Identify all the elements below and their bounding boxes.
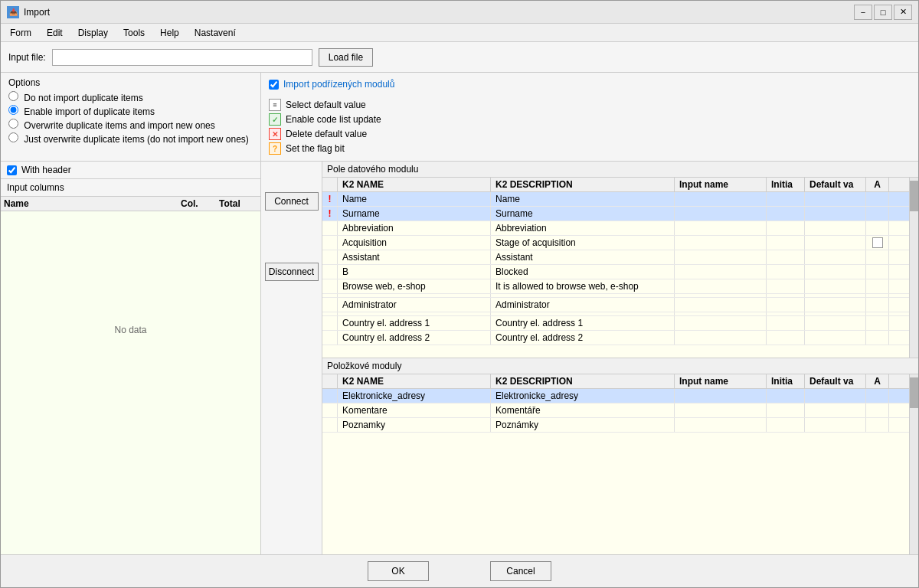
flag-bit-icon: ?: [269, 142, 281, 155]
pole-data-table[interactable]: K2 NAME K2 DESCRIPTION Input name Initia…: [322, 178, 909, 358]
a-cell: [866, 389, 889, 403]
a-cell: [866, 294, 889, 297]
inputname-cell: [675, 312, 767, 315]
pole-table-row[interactable]: Administrator Administrator: [322, 298, 909, 312]
input-columns-section: Input columns Name Col. Total No data: [1, 179, 260, 554]
pole-header-pp: [322, 178, 338, 191]
delete-default-icon: ✕: [269, 128, 281, 140]
pp-cell: [322, 294, 338, 297]
initial-cell: [767, 298, 805, 312]
polozkovne-scrollbar[interactable]: [909, 374, 918, 554]
pole-table-row[interactable]: ! Name Name: [322, 192, 909, 207]
maximize-button[interactable]: □: [874, 5, 892, 20]
title-bar: 📥 Import − □ ✕: [1, 1, 918, 24]
menu-tools[interactable]: Tools: [117, 26, 151, 40]
a-cell: [866, 331, 889, 345]
pole-table-row[interactable]: Country el. address 1 Country el. addres…: [322, 316, 909, 331]
icon-row-4: ? Set the flag bit: [269, 142, 911, 155]
cancel-button[interactable]: Cancel: [490, 561, 551, 581]
option-1-radio[interactable]: [8, 91, 18, 101]
inputname-cell: [675, 221, 767, 235]
a-cell: [866, 192, 889, 206]
pole-table-row[interactable]: Browse web, e-shop It is allowed to brow…: [322, 279, 909, 294]
k2desc-cell: Stage of acquisition: [491, 236, 675, 250]
k2desc-cell: Abbreviation: [491, 221, 675, 235]
a-cell: [866, 298, 889, 312]
polozkovne-rows: Elektronicke_adresy Elektronicke_adresy …: [322, 389, 909, 433]
option-2-radio[interactable]: [8, 105, 18, 115]
defval-cell: [805, 279, 866, 293]
import-modules-checkbox[interactable]: [269, 80, 279, 90]
a-cell: [866, 221, 889, 235]
menu-form[interactable]: Form: [4, 26, 38, 40]
icon-row-2: ✓ Enable code list update: [269, 113, 911, 126]
pp-cell: [322, 331, 338, 345]
app-icon: 📥: [7, 6, 19, 18]
left-panel: With header Input columns Name Col. Tota…: [1, 162, 261, 554]
polozkovne-header-k2desc: K2 DESCRIPTION: [491, 374, 675, 388]
inputname-cell: [675, 265, 767, 279]
option-2[interactable]: Enable import of duplicate items: [8, 105, 253, 117]
pp-cell: [322, 279, 338, 293]
polozkovne-header-k2name: K2 NAME: [338, 374, 491, 388]
initial-cell: [767, 236, 805, 250]
menu-display[interactable]: Display: [72, 26, 114, 40]
pole-table-row[interactable]: ! Surname Surname: [322, 207, 909, 221]
pole-datoveho-modulu-section: Pole datového modulu K2 NAME K2 DESCRIPT…: [322, 162, 918, 358]
import-modules-row: Import podřízených modulů: [269, 79, 911, 90]
menu-nastaveni[interactable]: Nastavení: [188, 26, 242, 40]
polozkovne-table-row[interactable]: Poznamky Poznámky: [322, 418, 909, 433]
polozkovne-header-defval: Default va: [805, 374, 866, 388]
pp-cell: [322, 389, 338, 403]
polozkovne-table-row[interactable]: Elektronicke_adresy Elektronicke_adresy: [322, 389, 909, 403]
option-3-radio[interactable]: [8, 119, 18, 129]
polozkovne-table-row[interactable]: Komentare Komentáře: [322, 403, 909, 418]
pole-table-row[interactable]: Acquisition Stage of acquisition: [322, 236, 909, 250]
menu-edit[interactable]: Edit: [41, 26, 69, 40]
input-file-row: Input file: Load file: [1, 42, 918, 73]
minimize-button[interactable]: −: [854, 5, 872, 20]
load-file-button[interactable]: Load file: [319, 48, 373, 67]
options-panel: Options Do not import duplicate items En…: [1, 73, 261, 161]
polozkovne-moduly-section: Položkové moduly K2 NAME K2 DESCRIPTION …: [322, 358, 918, 554]
k2name-cell: Country el. address 1: [338, 316, 491, 330]
k2desc-cell: Elektronicke_adresy: [491, 389, 675, 403]
disconnect-button[interactable]: Disconnect: [265, 263, 319, 281]
with-header-checkbox[interactable]: [7, 165, 17, 175]
menu-help[interactable]: Help: [154, 26, 185, 40]
middle-options: Import podřízených modulů ≡ Select defau…: [261, 73, 918, 161]
polozkovne-header-inputname: Input name: [675, 374, 767, 388]
option-4-radio[interactable]: [8, 132, 18, 142]
option-4[interactable]: Just overwrite duplicate items (do not i…: [8, 132, 253, 145]
option-3[interactable]: Overwrite duplicate items and import new…: [8, 119, 253, 131]
defval-cell: [805, 236, 866, 250]
a-cell: [866, 236, 889, 250]
a-cell: [866, 265, 889, 279]
close-button[interactable]: ✕: [894, 5, 912, 20]
pole-table-row[interactable]: Abbreviation Abbreviation: [322, 221, 909, 236]
initial-cell: [767, 221, 805, 235]
k2name-cell: Poznamky: [338, 418, 491, 432]
k2desc-cell: Name: [491, 192, 675, 206]
polozkovne-data-table[interactable]: K2 NAME K2 DESCRIPTION Input name Initia…: [322, 374, 909, 554]
enable-code-list-icon: ✓: [269, 113, 281, 126]
inputname-cell: [675, 294, 767, 297]
option-1[interactable]: Do not import duplicate items: [8, 91, 253, 103]
icon-row-1: ≡ Select default value: [269, 99, 911, 111]
flag-bit-label: Set the flag bit: [286, 143, 345, 154]
pole-table-row[interactable]: Assistant Assistant: [322, 250, 909, 265]
defval-cell: [805, 265, 866, 279]
k2desc-cell: Blocked: [491, 265, 675, 279]
pole-table-row[interactable]: Country el. address 2 Country el. addres…: [322, 331, 909, 345]
k2name-cell: Assistant: [338, 250, 491, 264]
a-cell: [866, 312, 889, 315]
a-cell: [866, 316, 889, 330]
pole-section-title: Pole datového modulu: [322, 162, 918, 178]
input-file-field[interactable]: [52, 49, 312, 66]
k2name-cell: B: [338, 265, 491, 279]
with-header-row: With header: [1, 162, 260, 179]
pole-table-row[interactable]: B Blocked: [322, 265, 909, 279]
ok-button[interactable]: OK: [368, 561, 429, 581]
pole-scrollbar[interactable]: [909, 178, 918, 358]
connect-button[interactable]: Connect: [265, 192, 319, 211]
